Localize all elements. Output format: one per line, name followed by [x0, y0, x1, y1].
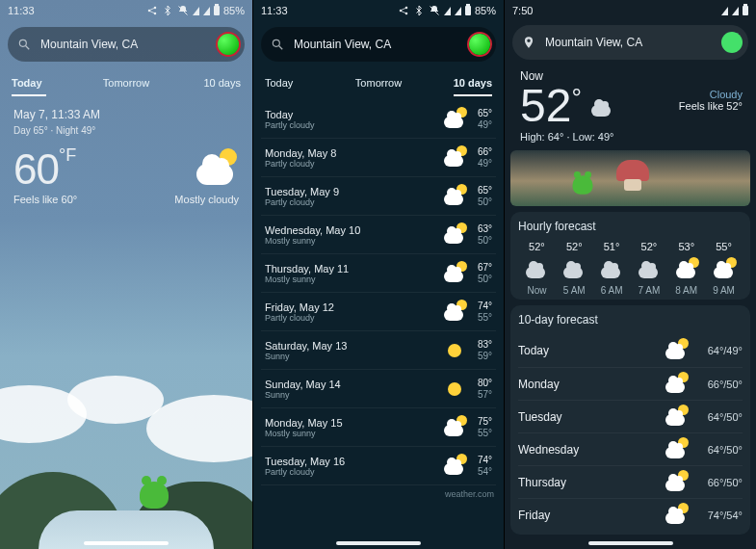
frog-icon	[140, 482, 169, 509]
weather-icon	[442, 225, 467, 245]
home-gesture-bar[interactable]	[84, 541, 169, 545]
tabs: Today Tomorrow 10 days	[253, 71, 504, 94]
bluetooth-icon	[162, 5, 173, 16]
share-icon	[146, 5, 158, 16]
tab-10days[interactable]: 10 days	[165, 71, 241, 94]
weather-icon	[664, 407, 689, 427]
location-pin-icon	[522, 36, 535, 49]
forecast-high: 66°	[467, 146, 492, 158]
search-icon	[271, 38, 284, 51]
high-low: High: 64° · Low: 49°	[520, 131, 741, 143]
hourly-card[interactable]: Hourly forecast 52° Now 52° 5 AM 51° 6 A…	[510, 212, 750, 300]
search-pill[interactable]: Mountain View, CA	[8, 27, 245, 62]
status-icons: 85%	[398, 5, 496, 16]
tenday-range: 64°/50°	[689, 444, 743, 456]
tenday-row[interactable]: Tuesday 64°/50°	[518, 400, 743, 432]
forecast-low: 55°	[467, 312, 492, 324]
status-time: 11:33	[8, 5, 35, 16]
screen-today: 11:33 85% Mountain View, CA Today Tomorr…	[0, 0, 252, 549]
share-icon	[398, 5, 409, 16]
home-gesture-bar[interactable]	[336, 541, 421, 545]
forecast-row[interactable]: Saturday, May 13Sunny 83°59°	[261, 331, 496, 370]
weather-icon	[599, 260, 624, 279]
forecast-row[interactable]: Tuesday, May 16Partly cloudy 74°54°	[261, 447, 496, 485]
condition-label: Mostly cloudy	[174, 194, 239, 205]
forecast-day: Sunday, May 14	[265, 379, 442, 390]
hour-column[interactable]: 52° 5 AM	[556, 241, 593, 296]
hour-column[interactable]: 52° Now	[518, 241, 556, 296]
search-pill[interactable]: Mountain View, CA	[261, 27, 496, 62]
tenday-row[interactable]: Today 64°/49°	[518, 334, 743, 367]
forecast-row[interactable]: TodayPartly cloudy 65°49°	[261, 100, 496, 139]
signal-icon	[732, 7, 739, 15]
forecast-low: 59°	[467, 351, 492, 362]
weather-icon	[442, 418, 467, 437]
hour-temp: 55°	[705, 241, 743, 252]
forecast-row[interactable]: Wednesday, May 10Mostly sunny 63°50°	[261, 216, 496, 254]
tab-today[interactable]: Today	[12, 71, 88, 94]
assistant-button[interactable]	[218, 34, 239, 55]
battery-pct: 85%	[475, 5, 496, 16]
hour-label: 5 AM	[556, 285, 593, 296]
assistant-button[interactable]	[469, 34, 490, 55]
partly-cloudy-icon	[191, 152, 239, 187]
location-pill[interactable]: Mountain View, CA	[512, 25, 748, 60]
weather-icon	[442, 264, 467, 283]
forecast-row[interactable]: Tuesday, May 9Partly cloudy 65°50°	[261, 177, 496, 216]
status-time: 11:33	[261, 5, 288, 16]
forecast-low: 50°	[467, 235, 492, 247]
battery-pct: 85%	[223, 5, 245, 16]
forecast-row[interactable]: Monday, May 15Mostly sunny 75°55°	[261, 408, 496, 447]
tenday-card[interactable]: 10-day forecast Today 64°/49° Monday 66°…	[510, 305, 750, 535]
forecast-cond: Partly cloudy	[265, 159, 442, 169]
forecast-row[interactable]: Monday, May 8Partly cloudy 66°49°	[261, 139, 496, 177]
forecast-cond: Mostly sunny	[265, 236, 442, 246]
tenday-row[interactable]: Monday 66°/50°	[518, 367, 743, 400]
forecast-row[interactable]: Thursday, May 11Mostly sunny 67°50°	[261, 254, 496, 293]
weather-icon	[442, 110, 467, 129]
tenday-row[interactable]: Thursday 66°/50°	[518, 465, 743, 498]
battery-icon	[465, 6, 471, 15]
hour-column[interactable]: 53° 8 AM	[667, 241, 705, 296]
tenday-row[interactable]: Friday 74°/54°	[518, 498, 743, 531]
tenday-day: Tuesday	[518, 410, 664, 424]
tenday-range: 66°/50°	[689, 477, 743, 488]
hour-temp: 52°	[556, 241, 593, 252]
forecast-high: 74°	[467, 455, 492, 466]
forecast-day: Tuesday, May 16	[265, 456, 442, 467]
hour-label: 7 AM	[630, 285, 667, 296]
location-text: Mountain View, CA	[545, 36, 721, 49]
tenday-day: Wednesday	[518, 443, 664, 457]
forecast-row[interactable]: Friday, May 12Partly cloudy 74°55°	[261, 293, 496, 331]
hour-label: 9 AM	[705, 285, 743, 296]
tenday-row[interactable]: Wednesday 64°/50°	[518, 432, 743, 465]
forecast-row[interactable]: Sunday, May 14Sunny 80°57°	[261, 370, 496, 408]
tab-tomorrow[interactable]: Tomorrow	[341, 71, 417, 94]
tab-tomorrow[interactable]: Tomorrow	[88, 71, 164, 94]
settings-dot[interactable]	[721, 32, 743, 53]
forecast-cond: Mostly sunny	[265, 274, 442, 284]
weather-icon	[561, 260, 587, 279]
hour-column[interactable]: 52° 7 AM	[630, 241, 667, 296]
home-gesture-bar[interactable]	[588, 541, 673, 545]
tab-today[interactable]: Today	[265, 71, 341, 94]
day-night-temps: Day 65° · Night 49°	[0, 121, 252, 140]
forecast-high: 65°	[467, 108, 492, 119]
weather-icon	[442, 341, 467, 360]
forecast-low: 54°	[467, 466, 492, 478]
tenday-range: 74°/54°	[689, 510, 743, 521]
search-location: Mountain View, CA	[294, 38, 469, 51]
weather-icon	[664, 341, 689, 360]
hour-column[interactable]: 51° 6 AM	[593, 241, 631, 296]
feels-like: Feels like 52°	[679, 100, 743, 112]
forecast-low: 49°	[467, 119, 492, 131]
ten-day-list[interactable]: TodayPartly cloudy 65°49° Monday, May 8P…	[253, 100, 504, 485]
forecast-high: 67°	[467, 262, 492, 274]
weather-icon	[637, 260, 662, 279]
svg-line-5	[26, 46, 30, 50]
weather-icon	[664, 506, 689, 525]
hourly-title: Hourly forecast	[518, 220, 743, 233]
hour-column[interactable]: 55° 9 AM	[705, 241, 743, 296]
dawn-illustration	[510, 150, 750, 206]
tab-10days[interactable]: 10 days	[416, 71, 492, 94]
